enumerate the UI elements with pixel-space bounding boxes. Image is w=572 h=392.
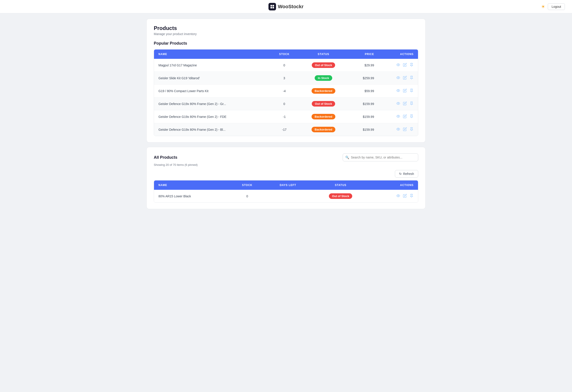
refresh-button[interactable]: ↻ Refresh: [395, 170, 418, 178]
product-price: $159.99: [348, 110, 379, 123]
all-col-header-name: NAME: [154, 181, 230, 190]
status-badge: Backordered: [312, 88, 335, 94]
edit-icon[interactable]: [403, 101, 407, 106]
product-actions: [379, 85, 418, 97]
svg-point-16: [398, 195, 399, 196]
view-icon[interactable]: [396, 63, 400, 67]
product-name: G19 / 80% Compact Lower Parts Kit: [154, 85, 270, 97]
product-status: Backordered: [299, 123, 348, 136]
all-products-card: All Products 🔍 Showing 20 of 70 items (6…: [146, 147, 426, 209]
all-products-table: NAME STOCK DAYS LEFT STATUS ACTIONS 80% …: [154, 181, 418, 202]
product-stock: 0: [270, 59, 299, 72]
view-icon[interactable]: [396, 89, 400, 93]
svg-point-6: [398, 77, 399, 78]
product-status: Out of Stock: [299, 59, 348, 72]
header-right: ☀ Logout: [541, 3, 565, 10]
view-icon[interactable]: [396, 76, 400, 80]
refresh-row: ↻ Refresh: [154, 170, 418, 178]
view-icon[interactable]: [396, 114, 400, 119]
product-status: Backordered: [299, 85, 348, 97]
logo: WooStockr: [269, 3, 303, 10]
col-header-price: PRICE: [348, 49, 379, 59]
edit-icon[interactable]: [403, 89, 407, 93]
all-products-title: All Products: [154, 155, 177, 160]
edit-icon[interactable]: [403, 114, 407, 119]
theme-toggle-icon[interactable]: ☀: [541, 4, 545, 9]
svg-point-8: [398, 90, 399, 91]
product-name: Geisler Defence G19x 80% Frame (Gen 2) -…: [154, 123, 270, 136]
product-stock: 0: [230, 190, 265, 202]
product-actions: [379, 72, 418, 85]
svg-rect-3: [272, 7, 274, 8]
product-name: Geisler Slide Kit G19 'Iditarod': [154, 72, 270, 85]
actions-cell: [383, 76, 413, 80]
header: WooStockr ☀ Logout: [0, 0, 572, 13]
table-row: G19 / 80% Compact Lower Parts Kit -4 Bac…: [154, 85, 418, 97]
view-icon[interactable]: [396, 127, 400, 132]
product-price: $159.99: [348, 123, 379, 136]
all-products-header: All Products 🔍: [154, 153, 418, 161]
table-row: 80% AR15 Lower Black 0 Out of Stock: [154, 190, 418, 202]
view-icon[interactable]: [396, 194, 400, 198]
search-input[interactable]: [343, 153, 418, 161]
unpin-icon[interactable]: [410, 76, 413, 80]
svg-rect-2: [270, 7, 272, 8]
logout-button[interactable]: Logout: [548, 3, 565, 10]
logo-icon: [269, 3, 276, 10]
main-content: Products Manage your product inventory P…: [139, 13, 433, 219]
actions-cell: [383, 89, 413, 93]
unpin-icon[interactable]: [410, 63, 413, 67]
search-icon: 🔍: [345, 156, 349, 159]
svg-rect-1: [272, 5, 274, 6]
all-col-header-stock: STOCK: [230, 181, 265, 190]
unpin-icon[interactable]: [410, 89, 413, 93]
product-price: $59.99: [348, 85, 379, 97]
product-name: Geisler Defence G19x 80% Frame (Gen 2) -…: [154, 97, 270, 110]
status-badge: Out of Stock: [329, 193, 352, 199]
edit-icon[interactable]: [403, 63, 407, 67]
pin-icon[interactable]: [410, 194, 413, 198]
edit-icon[interactable]: [403, 76, 407, 80]
actions-cell: [383, 127, 413, 132]
svg-point-12: [398, 116, 399, 117]
unpin-icon[interactable]: [410, 101, 413, 106]
col-header-status: STATUS: [299, 49, 348, 59]
table-row: Geisler Defence G19x 80% Frame (Gen 2) -…: [154, 110, 418, 123]
popular-products-title: Popular Products: [154, 41, 418, 46]
all-products-table-wrapper: NAME STOCK DAYS LEFT STATUS ACTIONS 80% …: [154, 180, 418, 203]
status-badge: Backordered: [312, 127, 335, 132]
page-subtitle: Manage your product inventory: [154, 32, 418, 36]
product-status: Backordered: [299, 110, 348, 123]
status-badge: Out of Stock: [312, 62, 335, 68]
page-title: Products: [154, 25, 418, 31]
product-days-left: [265, 190, 311, 202]
product-actions: [379, 59, 418, 72]
all-col-header-days: DAYS LEFT: [265, 181, 311, 190]
view-icon[interactable]: [396, 101, 400, 106]
unpin-icon[interactable]: [410, 114, 413, 119]
product-price: $29.99: [348, 59, 379, 72]
unpin-icon[interactable]: [410, 127, 413, 132]
product-stock: -17: [270, 123, 299, 136]
actions-cell: [383, 114, 413, 119]
product-name: Magpul 17rd G17 Magazine: [154, 59, 270, 72]
table-row: Geisler Defence G19x 80% Frame (Gen 2) -…: [154, 97, 418, 110]
logo-text: WooStockr: [278, 4, 303, 10]
edit-icon[interactable]: [403, 127, 407, 132]
product-actions: [379, 110, 418, 123]
table-row: Geisler Slide Kit G19 'Iditarod' 3 In St…: [154, 72, 418, 85]
table-row: Magpul 17rd G17 Magazine 0 Out of Stock …: [154, 59, 418, 72]
table-row: Geisler Defence G19x 80% Frame (Gen 2) -…: [154, 123, 418, 136]
popular-products-table: NAME STOCK STATUS PRICE ACTIONS Magpul 1…: [154, 49, 418, 136]
status-badge: Out of Stock: [312, 101, 335, 106]
actions-cell: [383, 63, 413, 67]
actions-cell: [374, 194, 413, 198]
col-header-name: NAME: [154, 49, 270, 59]
status-badge: Backordered: [312, 114, 335, 120]
edit-icon[interactable]: [403, 194, 407, 198]
product-status: Out of Stock: [299, 97, 348, 110]
refresh-icon: ↻: [399, 172, 402, 176]
product-stock: -1: [270, 110, 299, 123]
search-wrapper: 🔍: [343, 153, 418, 161]
product-status: In Stock: [299, 72, 348, 85]
